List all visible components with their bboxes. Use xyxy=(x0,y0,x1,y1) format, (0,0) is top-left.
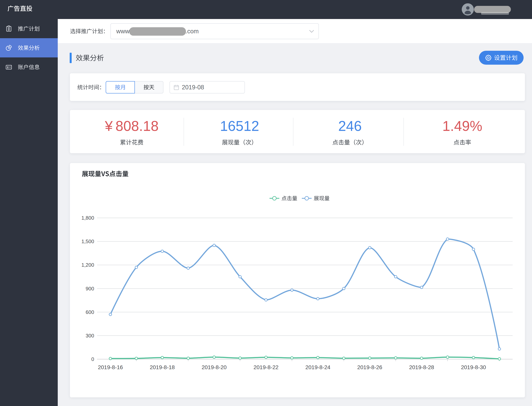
svg-text:2019-8-18: 2019-8-18 xyxy=(150,364,175,370)
svg-text:1,800: 1,800 xyxy=(81,215,94,221)
svg-text:0: 0 xyxy=(91,356,94,362)
svg-text:900: 900 xyxy=(86,286,94,291)
svg-text:2019-8-20: 2019-8-20 xyxy=(202,364,227,370)
svg-text:2019-8-30: 2019-8-30 xyxy=(461,364,486,370)
svg-text:2019-8-26: 2019-8-26 xyxy=(357,364,382,370)
svg-text:1,200: 1,200 xyxy=(81,262,94,268)
svg-text:2019-8-16: 2019-8-16 xyxy=(98,364,123,370)
svg-text:2019-8-22: 2019-8-22 xyxy=(253,364,279,370)
svg-text:1,500: 1,500 xyxy=(81,239,94,244)
svg-text:300: 300 xyxy=(86,333,94,339)
svg-text:600: 600 xyxy=(86,309,94,315)
svg-text:2019-8-28: 2019-8-28 xyxy=(409,364,434,370)
svg-text:2019-8-24: 2019-8-24 xyxy=(305,364,330,370)
